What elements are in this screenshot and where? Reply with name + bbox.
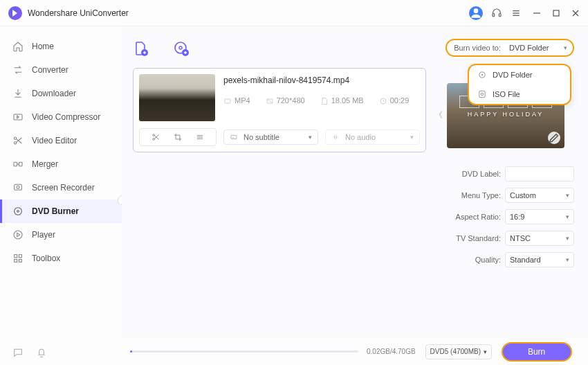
file-size: 18.05 MB xyxy=(331,96,364,105)
svg-point-32 xyxy=(481,93,484,96)
chevron-down-icon: ▾ xyxy=(566,235,569,242)
title-bar: Wondershare UniConverter xyxy=(0,0,588,26)
headset-icon[interactable] xyxy=(491,8,502,19)
aspect-ratio-select[interactable]: 16:9▾ xyxy=(505,209,574,224)
add-disc-icon[interactable] xyxy=(173,40,190,57)
svg-rect-24 xyxy=(19,259,21,262)
svg-rect-33 xyxy=(225,99,230,103)
maximize-button[interactable] xyxy=(552,9,560,17)
subtitle-value: No subtitle xyxy=(244,133,279,141)
sidebar-item-merger[interactable]: Merger xyxy=(0,152,122,176)
svg-rect-1 xyxy=(493,13,495,16)
close-button[interactable] xyxy=(571,9,580,17)
svg-point-30 xyxy=(481,74,483,75)
scissors-icon xyxy=(12,135,24,146)
svg-point-29 xyxy=(479,72,485,78)
sidebar-item-recorder[interactable]: Screen Recorder xyxy=(0,176,122,199)
audio-select[interactable]: No audio ▾ xyxy=(325,130,420,145)
sidebar-item-label: Video Editor xyxy=(32,136,77,145)
folder-disc-icon xyxy=(477,70,487,80)
edit-template-button[interactable] xyxy=(548,132,560,144)
chevron-down-icon: ▾ xyxy=(564,44,567,51)
size-progress-bar xyxy=(130,350,358,353)
sidebar-item-player[interactable]: Player xyxy=(0,223,122,247)
media-card: pexels-mikhail-nilov-8419574.mp4 MP4 720… xyxy=(133,68,426,152)
sidebar-item-editor[interactable]: Video Editor xyxy=(0,129,122,152)
main-content: Burn video to: DVD Folder ▾ DVD Folder I… xyxy=(122,26,588,338)
svg-rect-23 xyxy=(15,259,17,262)
notification-icon[interactable] xyxy=(36,347,47,358)
add-file-icon[interactable] xyxy=(133,40,149,57)
sidebar-item-downloader[interactable]: Downloader xyxy=(0,82,122,105)
sidebar-item-label: Screen Recorder xyxy=(32,183,95,193)
burn-to-dropdown: DVD Folder ISO File xyxy=(468,64,571,105)
chevron-down-icon: ▾ xyxy=(566,192,569,199)
duration-icon xyxy=(379,97,387,105)
download-icon xyxy=(12,88,24,99)
crop-icon[interactable] xyxy=(173,132,183,142)
menu-icon[interactable] xyxy=(511,8,522,19)
option-label: DVD Folder xyxy=(493,71,532,79)
subtitle-select[interactable]: No subtitle ▾ xyxy=(223,130,318,145)
sidebar-item-dvd-burner[interactable]: DVD Burner xyxy=(0,199,122,223)
trim-icon[interactable] xyxy=(151,132,160,142)
sidebar-item-toolbox[interactable]: Toolbox xyxy=(0,247,122,270)
menu-type-label: Menu Type: xyxy=(445,191,501,199)
burn-to-option-iso[interactable]: ISO File xyxy=(469,84,570,104)
compress-icon xyxy=(12,112,24,123)
sidebar-item-label: Video Compressor xyxy=(32,112,100,122)
chevron-down-icon: ▾ xyxy=(566,256,569,263)
chevron-down-icon: ▾ xyxy=(566,213,569,220)
sidebar-item-label: Converter xyxy=(32,65,68,75)
svg-rect-7 xyxy=(553,10,559,16)
burn-to-selector[interactable]: Burn video to: DVD Folder ▾ DVD Folder I… xyxy=(445,39,574,57)
feedback-icon[interactable] xyxy=(12,347,24,358)
play-icon xyxy=(12,229,24,240)
sidebar-item-label: Downloader xyxy=(32,89,76,98)
grid-icon xyxy=(12,253,24,264)
minimize-button[interactable] xyxy=(533,9,541,17)
dvd-label-label: DVD Label: xyxy=(445,170,501,178)
app-logo-icon xyxy=(8,6,22,20)
svg-rect-16 xyxy=(15,184,22,190)
menu-type-select[interactable]: Custom▾ xyxy=(505,188,574,203)
file-name: pexels-mikhail-nilov-8419574.mp4 xyxy=(223,75,420,85)
quality-select[interactable]: Standard▾ xyxy=(505,252,574,267)
sidebar-item-converter[interactable]: Converter xyxy=(0,58,122,82)
svg-point-18 xyxy=(15,208,22,215)
record-icon xyxy=(12,182,24,193)
merger-icon xyxy=(12,159,24,170)
tv-standard-select[interactable]: NTSC▾ xyxy=(505,231,574,246)
option-label: ISO File xyxy=(493,90,520,98)
disk-type-select[interactable]: DVD5 (4700MB)▾ xyxy=(425,344,492,359)
sidebar-item-label: Player xyxy=(32,230,55,240)
subtitle-icon xyxy=(230,133,238,141)
user-avatar-icon[interactable] xyxy=(469,6,483,20)
burn-to-label: Burn video to: xyxy=(454,44,501,52)
svg-point-17 xyxy=(17,186,19,188)
svg-rect-41 xyxy=(231,136,237,139)
burn-to-value: DVD Folder xyxy=(506,42,569,53)
sidebar-item-compressor[interactable]: Video Compressor xyxy=(0,105,122,129)
sidebar-item-home[interactable]: Home xyxy=(0,35,122,58)
chevron-down-icon: ▾ xyxy=(410,134,414,141)
preview-caption: HAPPY HOLIDAY xyxy=(447,111,564,118)
sidebar: Home Converter Downloader Video Compress… xyxy=(0,26,122,338)
audio-icon xyxy=(331,133,340,141)
burn-to-option-folder[interactable]: DVD Folder xyxy=(469,65,570,84)
preview-prev-button[interactable]: 《 xyxy=(434,109,443,121)
app-title: Wondershare UniConverter xyxy=(28,8,469,18)
quality-label: Quality: xyxy=(445,256,501,264)
video-thumbnail xyxy=(139,74,215,121)
resolution-icon xyxy=(266,97,274,105)
format-icon xyxy=(223,97,232,105)
svg-point-19 xyxy=(17,211,19,213)
file-format: MP4 xyxy=(235,96,250,105)
file-resolution: 720*480 xyxy=(277,96,305,105)
burn-button[interactable]: Burn xyxy=(502,342,572,362)
sidebar-item-label: Merger xyxy=(32,159,58,169)
bottom-bar: 0.02GB/4.70GB DVD5 (4700MB)▾ Burn xyxy=(0,338,588,365)
converter-icon xyxy=(12,64,24,75)
effects-icon[interactable] xyxy=(195,132,205,142)
dvd-label-input[interactable] xyxy=(505,166,574,181)
